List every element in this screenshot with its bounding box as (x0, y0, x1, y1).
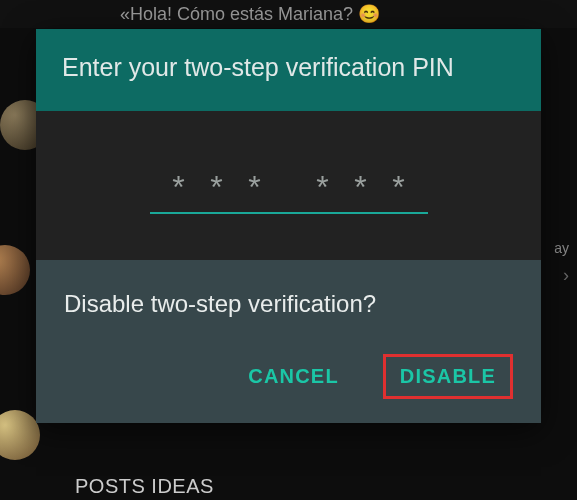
pin-digit: * (198, 169, 236, 206)
disable-button[interactable]: DISABLE (383, 354, 513, 399)
pin-digit: * (160, 169, 198, 206)
dialog-button-row: CANCEL DISABLE (64, 354, 513, 399)
confirm-title: Disable two-step verification? (64, 290, 513, 318)
two-step-dialog: Enter your two-step verification PIN * *… (36, 29, 541, 423)
bg-chat-header: «Hola! Cómo estás Mariana? 😊 (0, 0, 577, 28)
pin-entry-area[interactable]: * * * * * * (36, 111, 541, 260)
pin-input[interactable]: * * * * * * (150, 169, 428, 214)
dialog-title: Enter your two-step verification PIN (36, 29, 541, 111)
pin-digit: * (236, 169, 274, 206)
pin-mask-display: * * * * * * (156, 169, 422, 212)
bg-avatar (0, 410, 40, 460)
cancel-button[interactable]: CANCEL (232, 355, 355, 398)
pin-digit: * (342, 169, 380, 206)
bg-chevron-icon: › (563, 265, 569, 286)
bg-text: ay (554, 240, 569, 256)
pin-digit: * (380, 169, 418, 206)
bg-chat-title: POSTS IDEAS (75, 475, 214, 498)
confirm-dialog: Disable two-step verification? CANCEL DI… (36, 260, 541, 423)
pin-underline (150, 212, 428, 214)
bg-avatar (0, 245, 30, 295)
pin-digit: * (304, 169, 342, 206)
